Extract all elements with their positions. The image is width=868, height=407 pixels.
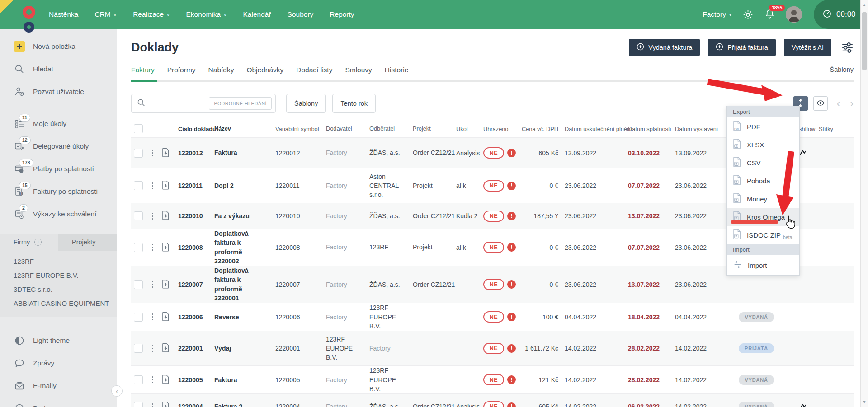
sidebar-footer-zprávy[interactable]: Zprávy <box>0 352 117 374</box>
col-date-due[interactable]: Datum splatnosti <box>627 126 675 132</box>
search-box[interactable]: PODROBNÉ HLEDÁNÍ <box>131 94 276 113</box>
nav-item-nástěnka[interactable]: Nástěnka <box>49 10 78 19</box>
nav-item-reporty[interactable]: Reporty <box>330 10 354 19</box>
tab-objednávky[interactable]: Objednávky <box>246 66 283 75</box>
kebab-menu-icon[interactable] <box>149 181 156 191</box>
time-tracker[interactable]: 00:00 <box>814 0 868 29</box>
scroll-down-icon[interactable]: ▼ <box>861 400 868 404</box>
col-supplier[interactable]: Dodavatel <box>326 125 369 133</box>
col-paid[interactable]: Uhrazeno <box>483 126 519 132</box>
kebab-menu-icon[interactable] <box>149 242 156 253</box>
sidebar-footer-podpora[interactable]: ?Podpora <box>0 397 117 407</box>
company-list-item[interactable]: 123RF <box>0 254 117 268</box>
tab-proformy[interactable]: Proformy <box>167 66 196 75</box>
kebab-menu-icon[interactable] <box>149 148 156 158</box>
row-checkbox[interactable] <box>134 211 143 220</box>
company-list-item[interactable]: ABBIATI CASINO EQUIPMENT <box>0 296 117 310</box>
sidebar-shortcut-faktury-po-splatnosti[interactable]: !15Faktury po splatnosti <box>0 180 117 203</box>
row-checkbox[interactable] <box>134 313 143 322</box>
col-date-supply[interactable]: Datum uskutečnění plnění <box>558 126 627 132</box>
row-checkbox[interactable] <box>134 181 143 190</box>
sidebar-tab-firmy[interactable]: Firmy+ <box>0 234 58 251</box>
sidebar-action-hledat[interactable]: Hledat <box>0 58 117 80</box>
menu-item-isdoc-zip[interactable]: ISDOC ZIPbeta <box>727 226 799 244</box>
add-company-icon[interactable]: + <box>34 239 42 246</box>
action-button-vydaná-faktura[interactable]: Vydaná faktura <box>629 39 700 56</box>
nav-item-realizace[interactable]: Realizace∨ <box>133 10 170 19</box>
sidebar-collapse-button[interactable]: ‹ <box>111 385 123 397</box>
col-task[interactable]: Úkol <box>456 126 483 132</box>
tab-nabídky[interactable]: Nabídky <box>208 66 234 75</box>
col-price[interactable]: Cena vč. DPH <box>519 126 558 132</box>
row-checkbox[interactable] <box>134 243 143 252</box>
col-variable-symbol[interactable]: Variabilní symbol <box>275 126 326 132</box>
tab-dodací-listy[interactable]: Dodací listy <box>296 66 332 75</box>
tab-faktury[interactable]: Faktury <box>131 66 155 75</box>
user-avatar[interactable] <box>786 6 802 23</box>
nav-item-ekonomika[interactable]: Ekonomika∨ <box>186 10 227 19</box>
menu-item-import[interactable]: Import <box>727 255 799 275</box>
select-all-checkbox[interactable] <box>134 124 143 133</box>
col-customer[interactable]: Odběratel <box>369 125 413 133</box>
menu-item-pohoda[interactable]: Pohoda <box>727 172 799 190</box>
col-name[interactable]: Název <box>214 125 275 133</box>
kebab-menu-icon[interactable] <box>149 374 156 385</box>
sidebar-shortcut-delegované-úkoly[interactable]: 12Delegované úkoly <box>0 135 117 158</box>
kebab-menu-icon[interactable] <box>149 343 156 354</box>
table-row[interactable]: 1220005Faktura1220005Factory123RF EUROPE… <box>131 365 854 393</box>
filter-sliders-icon[interactable] <box>841 42 854 54</box>
templates-link[interactable]: Šablony <box>830 66 854 73</box>
search-input[interactable] <box>150 100 209 107</box>
app-logo[interactable] <box>0 0 40 29</box>
nav-item-crm[interactable]: CRM∨ <box>94 10 117 19</box>
kebab-menu-icon[interactable] <box>149 312 156 322</box>
col-number[interactable]: Číslo dokladu <box>178 126 214 132</box>
nav-item-kalendář[interactable]: Kalendář <box>243 10 271 19</box>
sidebar-tab-projekty[interactable]: Projekty <box>58 234 117 251</box>
col-tags[interactable]: Štítky <box>819 126 846 132</box>
table-row[interactable]: 1220004Faktura 21220004FactoryŽĎAS, a.s.… <box>131 393 854 407</box>
menu-item-money[interactable]: Money <box>727 190 799 208</box>
row-checkbox[interactable] <box>134 344 143 353</box>
workspace-switcher[interactable]: Factory ▾ <box>703 10 731 19</box>
kebab-menu-icon[interactable] <box>149 402 156 407</box>
col-date-issue[interactable]: Datum vystavení <box>675 126 725 132</box>
templates-button[interactable]: Šablony <box>286 94 326 113</box>
scroll-up-icon[interactable]: ▲ <box>861 3 868 7</box>
row-checkbox[interactable] <box>134 375 143 384</box>
visibility-eye-button[interactable] <box>813 96 828 111</box>
row-checkbox[interactable] <box>134 280 143 289</box>
menu-item-xlsx[interactable]: xXLSX <box>727 136 799 154</box>
action-button-vytěžit-s-ai[interactable]: Vytěžit s AI <box>784 39 831 56</box>
tab-historie[interactable]: Historie <box>385 66 409 75</box>
scrollbar-thumb[interactable] <box>862 12 867 70</box>
table-row[interactable]: 2220001Výdaj2220001123RF EUROPE B.V.Fact… <box>131 331 854 365</box>
action-button-přijatá-faktura[interactable]: Přijatá faktura <box>708 39 775 56</box>
sidebar-shortcut-moje-úkoly[interactable]: 11Moje úkoly <box>0 112 117 135</box>
row-checkbox[interactable] <box>134 149 143 158</box>
kebab-menu-icon[interactable] <box>149 279 156 290</box>
page-scrollbar[interactable]: ▲ ▼ <box>860 0 868 407</box>
notifications-bell[interactable]: 1855 <box>764 9 775 21</box>
table-row[interactable]: 1220006Reverse1220006Factory123RF EUROPE… <box>131 303 854 331</box>
nav-item-soubory[interactable]: Soubory <box>288 10 314 19</box>
row-checkbox[interactable] <box>134 402 143 407</box>
pagination-prev-icon[interactable]: ‹ <box>837 98 840 109</box>
tab-smlouvy[interactable]: Smlouvy <box>345 66 372 75</box>
cashflow-trend-icon[interactable] <box>800 149 807 157</box>
company-list-item[interactable]: 3DTEC s.r.o. <box>0 282 117 296</box>
sidebar-shortcut-výkazy-ke-schválení[interactable]: 2Výkazy ke schválení <box>0 203 117 225</box>
menu-item-pdf[interactable]: PDFPDF <box>727 117 799 136</box>
sidebar-shortcut-platby-po-splatnosti[interactable]: 178Platby po splatnosti <box>0 158 117 180</box>
advanced-search-button[interactable]: PODROBNÉ HLEDÁNÍ <box>209 97 272 110</box>
menu-item-kros-omega[interactable]: Kros Omega <box>727 208 799 226</box>
sidebar-action-pozvat-uživatele[interactable]: Pozvat uživatele <box>0 80 117 103</box>
settings-gear-icon[interactable] <box>742 9 754 20</box>
pagination-next-icon[interactable]: › <box>850 98 854 109</box>
sidebar-footer-e-maily[interactable]: E-maily <box>0 374 117 397</box>
col-project[interactable]: Projekt <box>413 125 456 133</box>
menu-item-csv[interactable]: CSV <box>727 154 799 172</box>
period-filter-button[interactable]: Tento rok <box>332 94 376 113</box>
sidebar-footer-light-theme[interactable]: Light theme <box>0 329 117 352</box>
kebab-menu-icon[interactable] <box>149 211 156 221</box>
